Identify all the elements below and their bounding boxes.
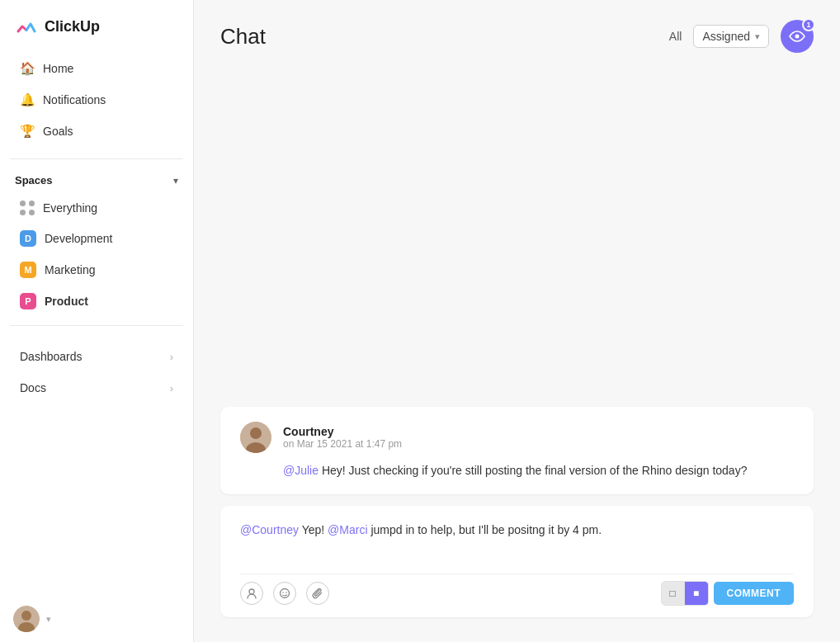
chevron-down-icon: ▾: [173, 175, 178, 186]
space-label-product: Product: [45, 295, 88, 308]
reply-text-mid: Yep!: [302, 523, 328, 536]
space-item-development[interactable]: D Development: [5, 224, 188, 253]
person-icon: [246, 588, 257, 599]
svg-point-9: [282, 592, 284, 593]
home-icon: 🏠: [20, 61, 35, 76]
format-btn-1[interactable]: □: [662, 582, 685, 605]
nav-label-docs: Docs: [20, 381, 46, 394]
filter-assigned-label: Assigned: [702, 30, 750, 43]
reply-text-content: @Courtney Yep! @Marci jumpd in to help, …: [240, 521, 794, 562]
svg-point-1: [21, 611, 31, 621]
svg-point-10: [286, 592, 287, 593]
format-buttons: □ ■: [661, 581, 709, 606]
message-body-1: @Julie Hey! Just checking if you're stil…: [240, 461, 794, 479]
space-badge-product: P: [20, 293, 36, 309]
space-badge-marketing: M: [20, 262, 36, 278]
chat-spacer: [220, 79, 814, 407]
chat-header: Chat All Assigned ▾ 1: [194, 0, 840, 66]
reply-tools: [240, 582, 329, 605]
message-card-1: Courtney on Mar 15 2021 at 1:47 pm @Juli…: [220, 407, 814, 494]
message-meta-1: Courtney on Mar 15 2021 at 1:47 pm: [283, 425, 402, 450]
nav-item-home[interactable]: 🏠 Home: [5, 54, 188, 83]
mention-marci[interactable]: @Marci: [328, 523, 367, 536]
space-item-product[interactable]: P Product: [5, 286, 188, 316]
user-avatar[interactable]: [13, 606, 40, 632]
trophy-icon: 🏆: [20, 124, 35, 139]
eye-icon: [789, 31, 805, 42]
nav-label-dashboards: Dashboards: [20, 350, 83, 363]
chat-area: Courtney on Mar 15 2021 at 1:47 pm @Juli…: [194, 66, 840, 642]
chat-title: Chat: [220, 24, 266, 50]
sidebar-divider-1: [10, 158, 183, 159]
nav-item-docs[interactable]: Docs ›: [5, 373, 188, 403]
clickup-logo-icon: [15, 15, 38, 38]
reply-toolbar: □ ■ COMMENT: [240, 574, 794, 606]
logo[interactable]: ClickUp: [0, 0, 193, 50]
user-tool-icon[interactable]: [240, 582, 263, 605]
message-body-text-1: Hey! Just checking if you're still posti…: [322, 464, 748, 477]
reply-text-rest: jumpd in to help, but I'll be positng it…: [370, 523, 602, 536]
emoji-tool-icon[interactable]: [273, 582, 296, 605]
nav-item-notifications[interactable]: 🔔 Notifications: [5, 85, 188, 115]
mention-julie[interactable]: @Julie: [283, 464, 319, 477]
nav-label-home: Home: [43, 62, 73, 75]
bell-icon: 🔔: [20, 92, 35, 107]
svg-point-7: [249, 589, 254, 594]
format-btn-2[interactable]: ■: [685, 582, 708, 605]
logo-text: ClickUp: [45, 18, 100, 35]
space-label-everything: Everything: [43, 201, 97, 215]
chevron-right-docs-icon: ›: [170, 382, 173, 394]
space-item-marketing[interactable]: M Marketing: [5, 255, 188, 285]
svg-point-3: [795, 35, 800, 39]
everything-dots-icon: [20, 201, 35, 215]
space-item-everything[interactable]: Everything: [5, 194, 188, 222]
comment-button[interactable]: COMMENT: [714, 582, 795, 605]
user-avatar-image: [13, 606, 40, 632]
reply-box: @Courtney Yep! @Marci jumpd in to help, …: [220, 506, 814, 617]
space-label-development: Development: [45, 232, 113, 245]
watch-badge: 1: [802, 18, 815, 31]
watch-button[interactable]: 1: [781, 20, 814, 53]
sidebar-bottom-nav: Dashboards › Docs ›: [0, 341, 193, 404]
svg-point-5: [250, 427, 262, 439]
mention-courtney[interactable]: @Courtney: [240, 523, 299, 536]
smiley-icon: [279, 588, 290, 599]
chevron-down-filter-icon: ▾: [755, 31, 760, 42]
sidebar-footer: ▾: [0, 596, 193, 642]
courtney-avatar: [240, 422, 271, 453]
main-nav: 🏠 Home 🔔 Notifications 🏆 Goals: [0, 50, 193, 150]
sidebar: ClickUp 🏠 Home 🔔 Notifications 🏆 Goals S…: [0, 0, 194, 642]
main-content: Chat All Assigned ▾ 1: [194, 0, 840, 642]
attachment-tool-icon[interactable]: [306, 582, 329, 605]
paperclip-icon: [312, 588, 323, 599]
nav-item-goals[interactable]: 🏆 Goals: [5, 116, 188, 146]
sidebar-divider-2: [10, 325, 183, 326]
space-label-marketing: Marketing: [45, 263, 95, 276]
reply-actions: □ ■ COMMENT: [661, 581, 795, 606]
message-time-1: on Mar 15 2021 at 1:47 pm: [283, 438, 402, 450]
message-header-1: Courtney on Mar 15 2021 at 1:47 pm: [240, 422, 794, 453]
filter-all-button[interactable]: All: [669, 30, 682, 43]
svg-point-8: [281, 589, 290, 598]
nav-label-notifications: Notifications: [43, 93, 106, 106]
spaces-title: Spaces: [15, 174, 53, 186]
chevron-down-user-icon: ▾: [46, 614, 51, 625]
chat-header-controls: All Assigned ▾ 1: [669, 20, 814, 53]
nav-item-dashboards[interactable]: Dashboards ›: [5, 342, 188, 371]
spaces-header[interactable]: Spaces ▾: [0, 168, 193, 193]
filter-assigned-dropdown[interactable]: Assigned ▾: [693, 25, 769, 48]
message-author-1: Courtney: [283, 425, 402, 438]
chevron-right-dashboards-icon: ›: [170, 351, 173, 363]
nav-label-goals: Goals: [43, 125, 73, 138]
space-badge-development: D: [20, 230, 36, 247]
